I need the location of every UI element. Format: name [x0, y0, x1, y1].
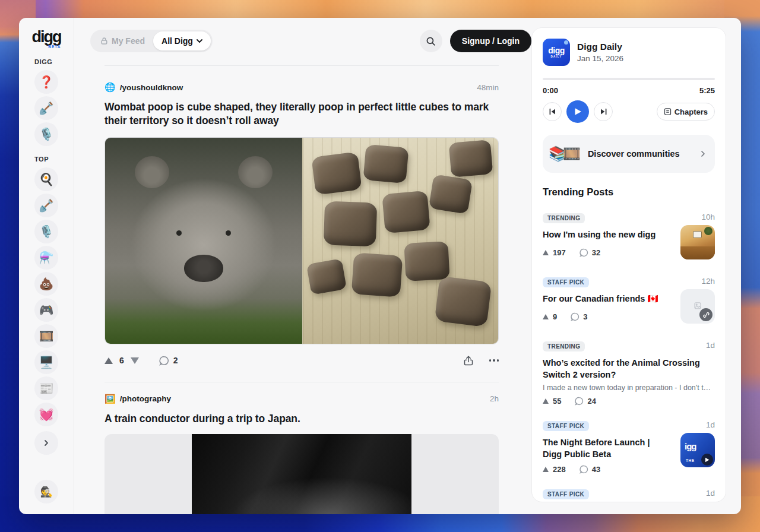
trending-post[interactable]: STAFF PICK 12h For our Canadian friends … [543, 276, 715, 326]
skip-forward-button[interactable] [594, 102, 613, 121]
image-placeholder-icon [694, 302, 701, 309]
skip-back-icon [549, 108, 556, 115]
sidebar-community-newspaper-icon[interactable]: 📰 [34, 376, 58, 400]
link-thumbnail[interactable] [680, 289, 715, 324]
post-header: 🌐 /youshouldknow 48min [104, 82, 499, 93]
top-bar-right: Signup / Login [420, 30, 531, 52]
link-icon [699, 308, 712, 321]
comment-bubble-icon [580, 248, 588, 257]
vote-count: 228 [553, 465, 566, 474]
main-feed-column: My Feed All Digg Signup / Login 🌐 /you [75, 18, 531, 514]
skip-back-button[interactable] [543, 102, 562, 121]
chevron-right-icon [699, 150, 707, 158]
sidebar-community-dpad-icon[interactable]: 🎮 [34, 298, 58, 322]
wombat-photo [105, 138, 302, 344]
logo-badge [564, 40, 568, 45]
train-photo [192, 434, 411, 514]
trending-badge: TRENDING [543, 213, 585, 223]
sidebar-community-microphone-icon[interactable]: 🎙️ [34, 220, 58, 243]
post-train: 🖼️ /photography 2h A train conductor dur… [104, 382, 499, 515]
lock-icon [100, 37, 108, 45]
poop-icon: 💩 [39, 277, 54, 291]
sidebar-community-groups: DIGG❓🪏🎙️TOP🍳🪏🎙️⚗️💩🎮🎞️🖥️📰💓 [34, 49, 58, 429]
community-link[interactable]: /photography [120, 394, 171, 403]
trending-post[interactable]: STAFF PICK 1d The Night Before Launch | … [543, 420, 715, 474]
signup-login-button[interactable]: Signup / Login [450, 30, 531, 52]
audio-progress-bar[interactable] [543, 78, 715, 80]
all-digg-dropdown[interactable]: All Digg [153, 31, 211, 50]
upvote-button[interactable] [104, 357, 113, 364]
sidebar-community-flask-icon[interactable]: ⚗️ [34, 246, 58, 270]
all-digg-label: All Digg [162, 36, 193, 46]
discover-communities-button[interactable]: 📚🎞️ Discover communities [543, 135, 715, 173]
question-chat-icon: ❓ [39, 75, 54, 89]
trending-post[interactable]: STAFF PICK 1d [543, 488, 715, 499]
digg-logo-text: digg [32, 30, 61, 44]
trending-title[interactable]: For our Canadian friends 🇨🇦 [543, 293, 671, 305]
microphone-icon: 🎙️ [39, 127, 54, 141]
sidebar-community-fried-egg-icon[interactable]: 🍳 [34, 167, 58, 191]
incognito-button[interactable]: 🕵️ [34, 480, 58, 504]
comments-button[interactable]: 2 [159, 356, 178, 366]
more-options-button[interactable] [489, 359, 499, 362]
post-actions: 6 2 [104, 355, 499, 366]
post-thumbnail[interactable] [680, 225, 715, 259]
cube-poop-photo [302, 138, 498, 344]
sidebar-community-shovel-icon[interactable]: 🪏 [34, 96, 58, 120]
post-image[interactable] [104, 434, 499, 514]
desk [680, 246, 715, 259]
my-feed-tab[interactable]: My Feed [92, 31, 153, 50]
digg-daily-logo: digg DAILY [543, 39, 570, 66]
vote-count: 9 [553, 312, 557, 321]
trending-stats: 9 3 [543, 312, 671, 321]
digg-logo[interactable]: digg BETA [32, 30, 61, 49]
chapters-button[interactable]: Chapters [657, 103, 715, 121]
sidebar-expand-button[interactable] [34, 431, 58, 455]
comment-bubble-icon [159, 356, 169, 366]
share-icon [463, 355, 474, 366]
post-title[interactable]: A train conductor during a trip to Japan… [104, 412, 499, 426]
post-timestamp: 2h [490, 394, 499, 403]
comment-bubble-icon [580, 465, 588, 474]
staff-pick-badge: STAFF PICK [543, 421, 589, 431]
incognito-icon: 🕵️ [40, 486, 52, 498]
chevron-right-icon [43, 439, 50, 446]
total-duration: 5:25 [699, 86, 715, 95]
digg-app-window: digg BETA DIGG❓🪏🎙️TOP🍳🪏🎙️⚗️💩🎮🎞️🖥️📰💓 🕵️ M… [19, 18, 741, 514]
sidebar-community-chip-icon[interactable]: 🖥️ [34, 350, 58, 374]
post-age: 12h [701, 277, 715, 286]
video-thumbnail[interactable]: igg THE [680, 433, 715, 467]
post-age: 1d [706, 420, 715, 429]
trending-title[interactable]: The Night Before Launch | Digg Public Be… [543, 436, 671, 460]
post-title[interactable]: Wombat poop is cube shaped, they literal… [104, 100, 499, 128]
sidebar-community-shovel-icon[interactable]: 🪏 [34, 194, 58, 217]
community-link[interactable]: /youshouldknow [120, 83, 183, 92]
search-button[interactable] [420, 30, 442, 52]
chapters-icon [664, 107, 672, 116]
trending-title[interactable]: Who’s excited for the Animal Crossing Sw… [543, 357, 704, 381]
share-button[interactable] [463, 355, 474, 366]
comment-count: 24 [587, 397, 596, 406]
sidebar-community-heart-pulse-icon[interactable]: 💓 [34, 403, 58, 426]
daily-title: Digg Daily [577, 42, 623, 52]
comment-bubble-icon [575, 397, 584, 406]
comment-count: 43 [592, 465, 600, 474]
trending-post[interactable]: TRENDING 10h How I'm using the new digg … [543, 212, 715, 262]
trending-post[interactable]: TRENDING 1d Who’s excited for the Animal… [543, 340, 715, 406]
wombat-ear [238, 156, 273, 188]
daily-date: Jan 15, 2026 [577, 54, 623, 63]
trending-title[interactable]: How I'm using the new digg [543, 229, 671, 240]
comment-count: 32 [592, 248, 600, 257]
play-button[interactable] [566, 100, 589, 123]
sidebar-community-film-reel-icon[interactable]: 🎞️ [34, 324, 58, 348]
digg-daily-header: digg DAILY Digg Daily Jan 15, 2026 [543, 39, 715, 66]
sidebar-community-poop-icon[interactable]: 💩 [34, 272, 58, 296]
sidebar-community-question-chat-icon[interactable]: ❓ [34, 70, 58, 94]
sidebar-community-microphone-icon[interactable]: 🎙️ [34, 122, 58, 146]
feed-switcher: My Feed All Digg [90, 30, 213, 52]
newspaper-icon: 📰 [39, 381, 54, 395]
downvote-button[interactable] [131, 357, 139, 364]
post-image[interactable] [104, 137, 499, 344]
digg-daily-titles: Digg Daily Jan 15, 2026 [577, 42, 623, 63]
film-reel-icon: 🎞️ [39, 329, 54, 343]
